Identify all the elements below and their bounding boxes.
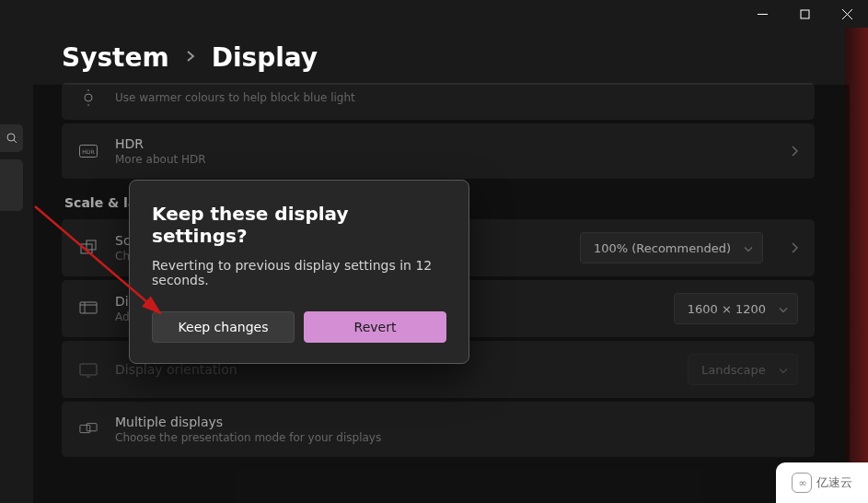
svg-text:HDR: HDR — [82, 148, 94, 155]
night-light-icon — [78, 88, 98, 107]
breadcrumb-display: Display — [212, 42, 318, 73]
svg-rect-18 — [80, 425, 90, 432]
svg-rect-13 — [80, 302, 97, 313]
watermark-text: 亿速云 — [816, 474, 852, 491]
hdr-icon: HDR — [78, 142, 98, 160]
resolution-value: 1600 × 1200 — [688, 302, 766, 316]
svg-point-6 — [85, 94, 92, 101]
search-icon — [6, 130, 17, 147]
window-maximize-button[interactable] — [783, 0, 826, 28]
orientation-icon — [78, 360, 98, 379]
hdr-card[interactable]: HDR HDR More about HDR — [62, 123, 815, 179]
svg-line-5 — [14, 140, 17, 143]
svg-rect-19 — [87, 424, 97, 431]
dialog-message: Reverting to previous display settings i… — [152, 258, 446, 287]
multiple-displays-card[interactable]: Multiple displays Choose the presentatio… — [62, 402, 815, 457]
orientation-dropdown: Landscape — [688, 354, 798, 385]
orientation-title: Display orientation — [115, 362, 671, 377]
night-light-sub: Use warmer colours to help block blue li… — [115, 91, 798, 104]
chevron-right-icon — [791, 240, 798, 257]
window-titlebar — [741, 0, 868, 28]
svg-rect-16 — [80, 364, 97, 375]
dialog-title: Keep these display settings? — [152, 203, 446, 247]
chevron-down-icon — [744, 241, 753, 255]
svg-rect-1 — [801, 10, 809, 18]
svg-rect-12 — [87, 240, 96, 250]
window-close-button[interactable] — [826, 0, 868, 28]
scale-icon — [78, 239, 98, 257]
watermark-badge: ∞ 亿速云 — [776, 462, 868, 503]
chevron-right-icon — [186, 49, 195, 66]
scale-dropdown[interactable]: 100% (Recommended) — [580, 232, 763, 263]
revert-button[interactable]: Revert — [304, 311, 446, 343]
sidebar-selected-chip[interactable] — [0, 159, 23, 211]
night-light-card[interactable]: Use warmer colours to help block blue li… — [62, 83, 815, 120]
right-edge-decor — [845, 28, 868, 503]
resolution-dropdown[interactable]: 1600 × 1200 — [674, 293, 798, 324]
hdr-sub[interactable]: More about HDR — [115, 153, 763, 166]
breadcrumb: System Display — [62, 42, 318, 73]
sidebar-search-chip[interactable] — [0, 124, 23, 152]
svg-point-4 — [7, 134, 15, 141]
scale-value: 100% (Recommended) — [594, 241, 731, 255]
keep-changes-button[interactable]: Keep changes — [152, 311, 295, 343]
multiple-displays-icon — [78, 420, 98, 439]
window-minimize-button[interactable] — [741, 0, 783, 28]
breadcrumb-system[interactable]: System — [62, 42, 169, 73]
multiple-displays-title: Multiple displays — [115, 415, 798, 429]
hdr-title: HDR — [115, 136, 763, 151]
cloud-icon: ∞ — [792, 473, 812, 493]
chevron-right-icon — [791, 143, 798, 160]
confirm-display-settings-dialog: Keep these display settings? Reverting t… — [129, 180, 469, 364]
chevron-down-icon — [779, 363, 788, 377]
multiple-displays-sub: Choose the presentation mode for your di… — [115, 431, 798, 444]
sidebar-collapsed — [0, 124, 23, 211]
resolution-icon — [78, 299, 98, 318]
chevron-down-icon — [779, 302, 788, 316]
orientation-value: Landscape — [701, 363, 766, 377]
